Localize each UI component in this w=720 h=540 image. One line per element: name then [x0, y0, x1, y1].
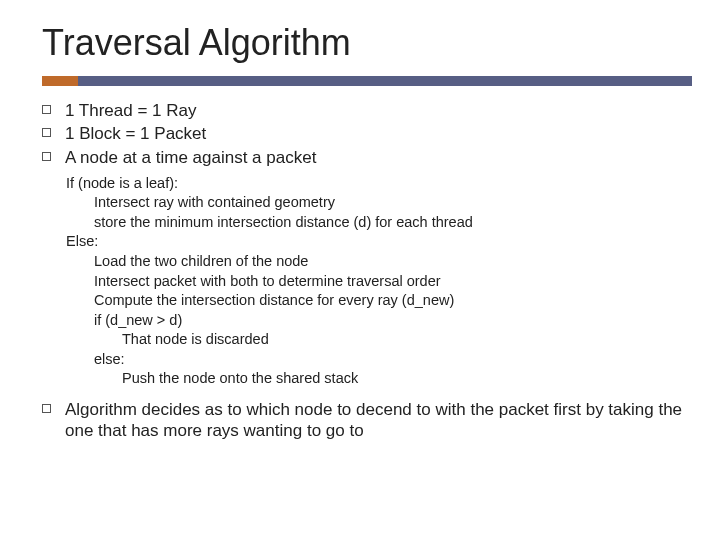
pseudocode-block: If (node is a leaf): Intersect ray with … [66, 174, 692, 389]
code-line: Load the two children of the node [94, 252, 692, 272]
list-item: 1 Thread = 1 Ray [42, 100, 692, 121]
code-line: Else: [66, 232, 692, 252]
bullet-text: Algorithm decides as to which node to de… [65, 399, 692, 442]
code-line: If (node is a leaf): [66, 174, 692, 194]
list-item: Algorithm decides as to which node to de… [42, 399, 692, 442]
list-item: A node at a time against a packet [42, 147, 692, 168]
square-bullet-icon [42, 152, 51, 161]
title-underline [42, 76, 692, 86]
underline-accent [42, 76, 78, 86]
slide: Traversal Algorithm 1 Thread = 1 Ray 1 B… [0, 0, 720, 540]
square-bullet-icon [42, 404, 51, 413]
code-line: Compute the intersection distance for ev… [94, 291, 692, 311]
top-bullet-list: 1 Thread = 1 Ray 1 Block = 1 Packet A no… [42, 100, 692, 168]
code-line: That node is discarded [122, 330, 692, 350]
code-line: Intersect packet with both to determine … [94, 272, 692, 292]
bullet-text: 1 Block = 1 Packet [65, 123, 206, 144]
code-line: Intersect ray with contained geometry [94, 193, 692, 213]
bullet-text: 1 Thread = 1 Ray [65, 100, 197, 121]
bullet-text: A node at a time against a packet [65, 147, 316, 168]
square-bullet-icon [42, 105, 51, 114]
list-item: 1 Block = 1 Packet [42, 123, 692, 144]
square-bullet-icon [42, 128, 51, 137]
slide-title: Traversal Algorithm [42, 22, 692, 64]
code-line: else: [94, 350, 692, 370]
code-line: store the minimum intersection distance … [94, 213, 692, 233]
underline-main [78, 76, 692, 86]
code-line: if (d_new > d) [94, 311, 692, 331]
bottom-bullet-list: Algorithm decides as to which node to de… [42, 399, 692, 442]
code-line: Push the node onto the shared stack [122, 369, 692, 389]
